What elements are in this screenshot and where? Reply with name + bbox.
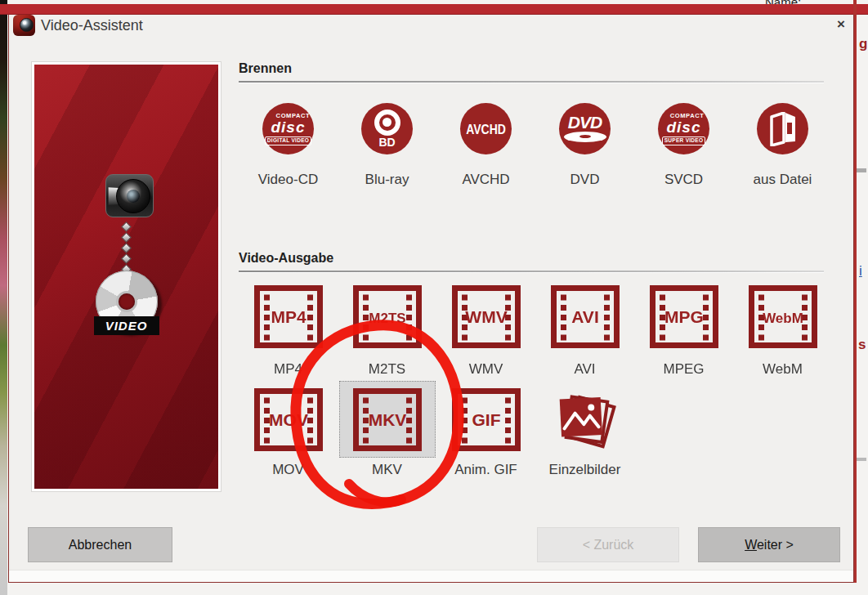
filmstrip-icon: AVI bbox=[551, 285, 620, 348]
cancel-button[interactable]: Abbrechen bbox=[28, 527, 172, 562]
output-option-webm[interactable]: WebM WebM bbox=[733, 285, 832, 378]
camera-lens-icon bbox=[20, 18, 34, 32]
burn-option-blu-ray[interactable]: BD Blu-ray bbox=[338, 103, 436, 188]
output-option-mkv-selected[interactable]: MKV MKV bbox=[338, 381, 436, 478]
from-file-folder-icon bbox=[757, 103, 808, 154]
output-option-label: M2TS bbox=[369, 361, 405, 378]
app-camera-icon bbox=[13, 15, 35, 36]
burn-option-dvd[interactable]: DVD DVD bbox=[535, 103, 634, 188]
background-text-fragment: g bbox=[859, 36, 867, 52]
burn-option-label: Blu-ray bbox=[365, 172, 409, 188]
filmstrip-icon: MKV bbox=[353, 388, 422, 451]
burn-section-heading: Brennen bbox=[239, 61, 292, 76]
filmstrip-icon: WMV bbox=[452, 285, 521, 348]
burn-option-label: SVCD bbox=[664, 172, 703, 188]
filmstrip-icon: M2TS bbox=[353, 285, 422, 348]
camera-lens bbox=[116, 179, 150, 213]
output-option-label: MKV bbox=[372, 462, 402, 478]
background-text-fragment: s bbox=[858, 337, 866, 353]
mkv-selection-highlight: MKV bbox=[339, 381, 436, 458]
svg-text:MPG: MPG bbox=[664, 307, 704, 326]
background-dash bbox=[857, 458, 866, 461]
video-disc-graphic: VIDEO bbox=[34, 271, 218, 335]
output-option-mp4[interactable]: MP4 MP4 bbox=[239, 285, 338, 378]
output-option-wmv[interactable]: WMV WMV bbox=[436, 285, 535, 378]
output-option-label: Anim. GIF bbox=[454, 462, 517, 478]
output-option-anim-gif[interactable]: GIF Anim. GIF bbox=[436, 381, 535, 478]
burn-options-row: COMPACT disc DIGITAL VIDEO Video-CD BD B… bbox=[239, 103, 832, 188]
output-options-row-2: MOV MOV MKV MKV bbox=[239, 381, 832, 478]
dvd-logo-icon: DVD bbox=[559, 103, 611, 154]
avchd-logo-icon: AVCHD bbox=[460, 103, 512, 154]
section-divider bbox=[239, 81, 824, 83]
output-option-label: WMV bbox=[469, 361, 503, 378]
video-cd-logo-icon: COMPACT disc DIGITAL VIDEO bbox=[262, 103, 314, 154]
svg-text:WebM: WebM bbox=[763, 311, 803, 326]
burn-option-avchd[interactable]: AVCHD AVCHD bbox=[436, 103, 535, 188]
output-option-label: MOV bbox=[272, 462, 304, 478]
burn-option-label: Video-CD bbox=[258, 172, 318, 188]
output-option-label: Einzelbilder bbox=[549, 462, 621, 478]
filmstrip-icon: WebM bbox=[749, 285, 817, 348]
svg-text:WMV: WMV bbox=[465, 307, 507, 326]
burn-option-label: AVCHD bbox=[462, 172, 509, 188]
output-option-label: MPEG bbox=[663, 361, 704, 378]
video-assistant-dialog: Video-Assistent × VIDEO bbox=[8, 15, 854, 583]
flow-dots bbox=[34, 223, 218, 273]
burn-option-from-file[interactable]: aus Datei bbox=[733, 103, 832, 188]
burn-option-label: DVD bbox=[570, 172, 600, 188]
dialog-title: Video-Assistent bbox=[41, 17, 143, 34]
output-options-row-1: MP4 MP4 M2TS M2TS WMV WMV bbox=[239, 285, 832, 378]
output-option-label: AVI bbox=[574, 361, 595, 378]
photos-stack-icon bbox=[551, 388, 620, 451]
svg-text:MP4: MP4 bbox=[271, 307, 306, 326]
video-band: VIDEO bbox=[94, 316, 159, 335]
back-button[interactable]: < Zurück bbox=[537, 527, 679, 562]
output-option-label: MP4 bbox=[274, 361, 302, 378]
burn-option-svcd[interactable]: COMPACT disc SUPER VIDEO SVCD bbox=[634, 103, 733, 188]
svg-text:GIF: GIF bbox=[472, 410, 500, 429]
section-divider bbox=[239, 271, 824, 273]
preview-artwork: VIDEO bbox=[34, 65, 218, 489]
background-link-fragment: i bbox=[859, 263, 862, 280]
close-button[interactable]: × bbox=[830, 15, 852, 34]
output-option-mpeg[interactable]: MPG MPEG bbox=[634, 285, 733, 378]
screen: Name: g i s Video-Assistent × V bbox=[0, 0, 868, 595]
svcd-logo-icon: COMPACT disc SUPER VIDEO bbox=[658, 103, 709, 154]
svg-text:MKV: MKV bbox=[368, 410, 406, 429]
video-band-label: VIDEO bbox=[105, 319, 148, 333]
camera-icon bbox=[105, 174, 154, 217]
output-option-label: WebM bbox=[763, 361, 803, 378]
preview-panel: VIDEO bbox=[31, 61, 221, 492]
svg-text:M2TS: M2TS bbox=[369, 311, 405, 326]
svg-text:MOV: MOV bbox=[269, 410, 308, 429]
filmstrip-icon: MOV bbox=[254, 388, 323, 451]
burn-option-label: aus Datei bbox=[754, 172, 812, 188]
background-dash bbox=[857, 168, 866, 172]
output-option-m2ts[interactable]: M2TS M2TS bbox=[338, 285, 436, 378]
background-red-strip bbox=[0, 4, 868, 15]
dialog-bottom-strip bbox=[9, 570, 853, 582]
filmstrip-icon: MP4 bbox=[254, 285, 323, 348]
next-button[interactable]: Weiter > bbox=[698, 527, 840, 562]
output-option-avi[interactable]: AVI AVI bbox=[535, 285, 634, 378]
empty-cell bbox=[634, 381, 733, 478]
blu-ray-disc-icon: BD bbox=[361, 103, 413, 154]
background-photo-strip bbox=[0, 0, 7, 595]
empty-cell bbox=[733, 381, 832, 478]
output-option-einzelbilder[interactable]: Einzelbilder bbox=[535, 381, 634, 478]
burn-option-video-cd[interactable]: COMPACT disc DIGITAL VIDEO Video-CD bbox=[239, 103, 338, 188]
output-section-heading: Video-Ausgabe bbox=[239, 251, 333, 266]
filmstrip-icon: MPG bbox=[650, 285, 718, 348]
filmstrip-icon: GIF bbox=[452, 388, 521, 451]
svg-text:AVI: AVI bbox=[571, 307, 598, 326]
output-option-mov[interactable]: MOV MOV bbox=[239, 381, 338, 478]
